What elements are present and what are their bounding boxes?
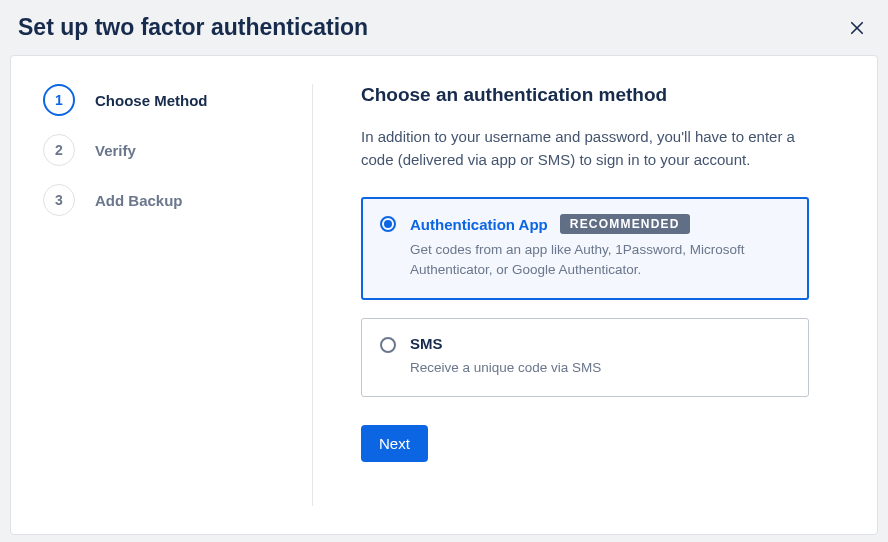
option-body: SMS Receive a unique code via SMS — [410, 335, 790, 378]
step-number: 1 — [43, 84, 75, 116]
step-label: Add Backup — [95, 192, 183, 209]
main-content: Choose an authentication method In addit… — [313, 84, 877, 506]
option-title: Authentication App — [410, 216, 548, 233]
option-title-row: SMS — [410, 335, 790, 352]
step-add-backup[interactable]: 3 Add Backup — [43, 184, 284, 216]
option-title: SMS — [410, 335, 443, 352]
step-choose-method[interactable]: 1 Choose Method — [43, 84, 284, 116]
option-body: Authentication App RECOMMENDED Get codes… — [410, 214, 790, 281]
option-description: Receive a unique code via SMS — [410, 358, 790, 378]
section-heading: Choose an authentication method — [361, 84, 829, 106]
modal-card: 1 Choose Method 2 Verify 3 Add Backup Ch… — [10, 55, 878, 535]
close-icon — [848, 19, 866, 37]
section-description: In addition to your username and passwor… — [361, 126, 821, 171]
step-label: Verify — [95, 142, 136, 159]
option-sms[interactable]: SMS Receive a unique code via SMS — [361, 318, 809, 397]
actions-row: Next — [361, 425, 829, 462]
step-number: 2 — [43, 134, 75, 166]
option-description: Get codes from an app like Authy, 1Passw… — [410, 240, 790, 281]
step-label: Choose Method — [95, 92, 208, 109]
radio-icon — [380, 337, 396, 353]
next-button[interactable]: Next — [361, 425, 428, 462]
radio-icon — [380, 216, 396, 232]
steps-sidebar: 1 Choose Method 2 Verify 3 Add Backup — [11, 84, 313, 506]
modal-title: Set up two factor authentication — [18, 14, 368, 41]
step-number: 3 — [43, 184, 75, 216]
recommended-badge: RECOMMENDED — [560, 214, 690, 234]
steps-list: 1 Choose Method 2 Verify 3 Add Backup — [43, 84, 284, 216]
option-authentication-app[interactable]: Authentication App RECOMMENDED Get codes… — [361, 197, 809, 300]
modal-header: Set up two factor authentication — [0, 0, 888, 55]
step-verify[interactable]: 2 Verify — [43, 134, 284, 166]
option-title-row: Authentication App RECOMMENDED — [410, 214, 790, 234]
close-button[interactable] — [844, 15, 870, 41]
